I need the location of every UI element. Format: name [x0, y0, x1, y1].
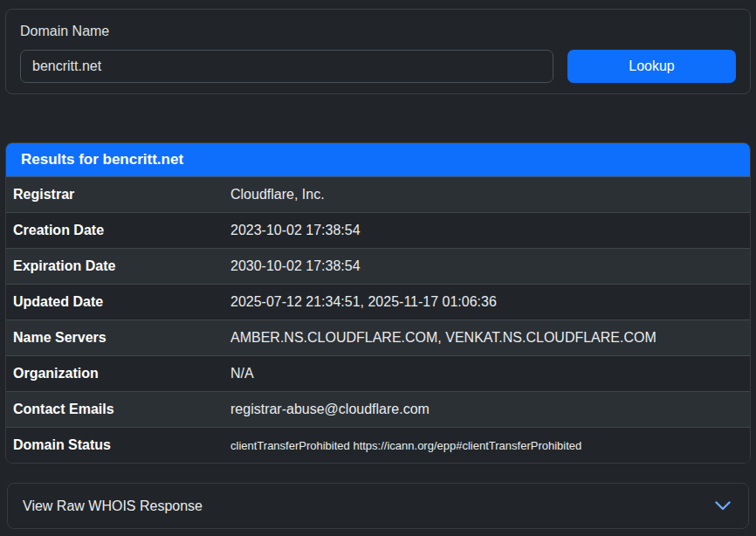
table-row-contact-emails: Contact Emails registrar-abuse@cloudflar…	[6, 391, 750, 427]
results-header: Results for bencritt.net	[6, 143, 750, 176]
row-value: 2030-10-02 17:38:54	[230, 258, 361, 274]
lookup-button[interactable]: Lookup	[567, 50, 736, 83]
chevron-down-icon	[715, 501, 731, 511]
row-value: 2023-10-02 17:38:54	[230, 223, 361, 238]
domain-name-label: Domain Name	[20, 24, 736, 39]
accordion-label: View Raw WHOIS Response	[23, 498, 203, 514]
row-label: Updated Date	[6, 294, 230, 310]
search-row: Lookup	[20, 50, 736, 83]
row-label: Contact Emails	[6, 402, 230, 417]
row-label: Organization	[6, 366, 230, 381]
results-table: Registrar Cloudflare, Inc. Creation Date…	[6, 176, 750, 463]
row-label: Registrar	[6, 187, 230, 203]
row-value: registrar-abuse@cloudflare.com	[230, 402, 430, 417]
table-row-expiration-date: Expiration Date 2030-10-02 17:38:54	[6, 248, 750, 284]
row-label: Expiration Date	[6, 258, 230, 274]
row-value: clientTransferProhibited https://icann.o…	[230, 439, 581, 452]
row-label: Domain Status	[6, 437, 230, 453]
raw-whois-accordion-button[interactable]: View Raw WHOIS Response	[7, 483, 749, 529]
table-row-organization: Organization N/A	[6, 355, 750, 391]
domain-lookup-card: Domain Name Lookup	[5, 9, 751, 94]
table-row-name-servers: Name Servers AMBER.NS.CLOUDFLARE.COM, VE…	[6, 320, 750, 355]
results-title: Results for bencritt.net	[21, 151, 183, 168]
row-value: 2025-07-12 21:34:51, 2025-11-17 01:06:36	[230, 294, 497, 310]
domain-name-input[interactable]	[20, 50, 553, 83]
whois-results-card: Results for bencritt.net Registrar Cloud…	[5, 142, 751, 464]
table-row-registrar: Registrar Cloudflare, Inc.	[6, 176, 750, 212]
row-value: Cloudflare, Inc.	[230, 187, 325, 203]
table-row-domain-status: Domain Status clientTransferProhibited h…	[6, 427, 750, 463]
table-row-updated-date: Updated Date 2025-07-12 21:34:51, 2025-1…	[6, 284, 750, 320]
row-label: Creation Date	[6, 223, 230, 238]
table-row-creation-date: Creation Date 2023-10-02 17:38:54	[6, 212, 750, 248]
row-value: N/A	[230, 366, 254, 381]
row-label: Name Servers	[6, 330, 230, 346]
row-value: AMBER.NS.CLOUDFLARE.COM, VENKAT.NS.CLOUD…	[230, 330, 656, 346]
